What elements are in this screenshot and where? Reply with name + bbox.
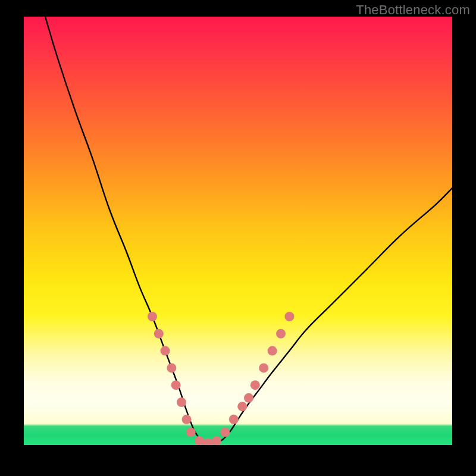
highlight-dot [212, 436, 221, 445]
highlight-dot [148, 312, 157, 321]
highlight-dot [182, 415, 192, 424]
highlight-dot [154, 329, 164, 339]
highlight-dot [177, 397, 186, 407]
bottleneck-curve-path [45, 17, 452, 443]
highlight-dot [237, 402, 247, 411]
highlight-dot [244, 393, 253, 403]
highlight-dot [268, 346, 277, 356]
highlight-dot [259, 363, 268, 372]
highlight-dot [250, 380, 260, 390]
bottleneck-curve [45, 17, 452, 443]
highlight-dot [171, 380, 181, 390]
highlight-dot [276, 329, 286, 339]
chart-frame: TheBottleneck.com [0, 0, 476, 476]
highlight-dot [167, 363, 176, 372]
watermark-text: TheBottleneck.com [356, 2, 470, 18]
highlight-dot [220, 427, 230, 437]
plot-area [24, 17, 452, 445]
highlight-dot [203, 438, 213, 445]
highlight-dot [195, 436, 204, 445]
highlight-dot [284, 312, 294, 321]
highlight-dots [148, 312, 294, 445]
highlight-dot [229, 415, 239, 424]
curve-layer [24, 17, 452, 445]
highlight-dot [186, 427, 196, 437]
highlight-dot [161, 346, 170, 356]
